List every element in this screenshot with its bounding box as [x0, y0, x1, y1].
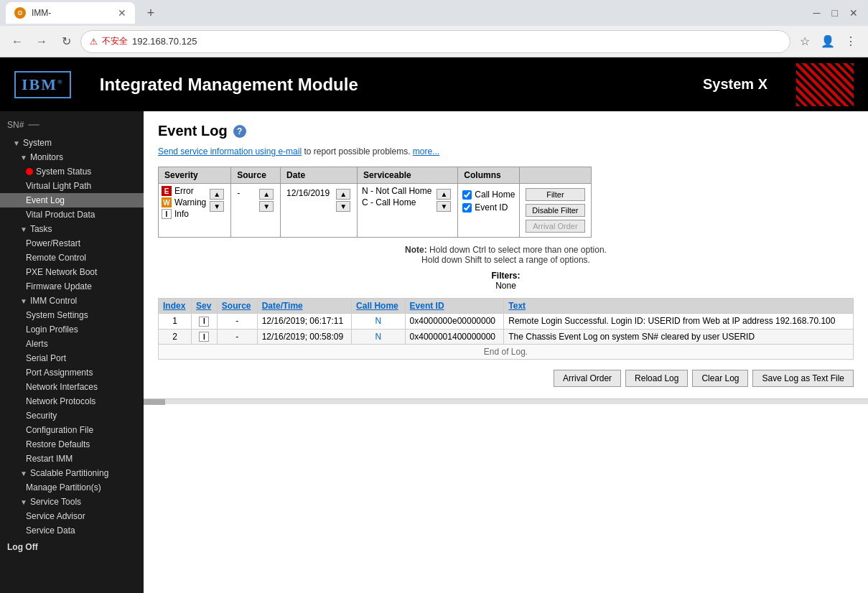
browser-tab[interactable]: ⊙ IMM- ✕	[6, 2, 135, 24]
sidebar-item-scalable-partitioning[interactable]: ▼ Scalable Partitioning	[0, 466, 144, 480]
filter-header-serviceable: Serviceable	[358, 167, 458, 184]
row1-eventid: 0x4000000e00000000	[405, 314, 504, 330]
back-button[interactable]: ←	[7, 32, 27, 52]
clear-log-button[interactable]: Clear Log	[692, 370, 748, 387]
sidebar-item-event-log[interactable]: Event Log	[0, 193, 144, 207]
sidebar-item-restore-defaults[interactable]: Restore Defaults	[0, 437, 144, 452]
date-scroll-up[interactable]: ▲	[336, 189, 350, 200]
row2-callhome: N	[352, 329, 406, 345]
severity-scroll-down[interactable]: ▼	[210, 201, 224, 212]
info-label: Info	[174, 209, 189, 219]
forward-button[interactable]: →	[32, 32, 52, 52]
serviceable-scroll-down[interactable]: ▼	[437, 201, 451, 212]
end-of-log-row: End of Log.	[159, 345, 854, 360]
arrival-order-filter-button[interactable]: Arrival Order	[526, 220, 584, 233]
sidebar-item-firmware-update[interactable]: Firmware Update	[0, 279, 144, 294]
maximize-button[interactable]: □	[828, 7, 842, 19]
sidebar-item-port-assignments[interactable]: Port Assignments	[0, 365, 144, 380]
sidebar-item-login-profiles[interactable]: Login Profiles	[0, 322, 144, 337]
scrollbar-thumb[interactable]	[144, 399, 165, 405]
sidebar-item-tasks[interactable]: ▼ Tasks	[0, 222, 144, 236]
logoff-button[interactable]: Log Off	[0, 538, 144, 556]
sidebar-item-remote-control[interactable]: Remote Control	[0, 251, 144, 265]
sidebar-item-service-advisor[interactable]: Service Advisor	[0, 509, 144, 523]
sidebar-label-imm-control: IMM Control	[30, 296, 77, 306]
row2-source: -	[217, 329, 257, 345]
filter-button[interactable]: Filter	[526, 188, 584, 201]
sidebar-item-alerts[interactable]: Alerts	[0, 337, 144, 351]
sidebar-item-network-interfaces[interactable]: Network Interfaces	[0, 380, 144, 394]
sidebar-item-serial-port[interactable]: Serial Port	[0, 351, 144, 365]
sidebar-item-vital-product-data[interactable]: Vital Product Data	[0, 207, 144, 222]
sidebar-item-restart-imm[interactable]: Restart IMM	[0, 452, 144, 466]
row1-sev: I	[192, 314, 218, 330]
header-pattern	[796, 63, 854, 106]
col-header-datetime[interactable]: Date/Time	[257, 299, 351, 314]
arrival-order-button[interactable]: Arrival Order	[554, 370, 621, 387]
bookmark-button[interactable]: ☆	[795, 32, 815, 52]
sidebar-item-network-protocols[interactable]: Network Protocols	[0, 394, 144, 408]
col-header-sev[interactable]: Sev	[192, 299, 218, 314]
reload-log-button[interactable]: Reload Log	[625, 370, 688, 387]
status-dot-icon	[26, 168, 33, 175]
sidebar-label-service-advisor: Service Advisor	[26, 511, 85, 521]
email-service-link[interactable]: Send service information using e-mail	[158, 146, 302, 157]
severity-item-warning[interactable]: W Warning	[162, 197, 206, 208]
severity-item-error[interactable]: E Error	[162, 185, 206, 197]
sn-value	[28, 124, 39, 126]
tab-title: IMM-	[32, 8, 112, 18]
col-header-callhome[interactable]: Call Home	[352, 299, 406, 314]
col-header-index[interactable]: Index	[159, 299, 192, 314]
disable-filter-button[interactable]: Disable Filter	[526, 204, 584, 217]
sidebar-item-imm-control[interactable]: ▼ IMM Control	[0, 294, 144, 308]
sidebar-item-manage-partitions[interactable]: Manage Partition(s)	[0, 480, 144, 495]
filter-header-columns: Columns	[458, 167, 520, 184]
call-home-label: Call Home	[475, 190, 515, 200]
severity-item-info[interactable]: I Info	[162, 208, 206, 220]
menu-button[interactable]: ⋮	[841, 32, 861, 52]
serviceable-list: N - Not Call Home C - Call Home	[360, 185, 433, 208]
expand-icon: ▼	[20, 498, 27, 506]
sidebar-item-security[interactable]: Security	[0, 408, 144, 423]
sidebar-item-power-restart[interactable]: Power/Restart	[0, 236, 144, 251]
serviceable-item-c[interactable]: C - Call Home	[360, 197, 433, 208]
tab-close-button[interactable]: ✕	[118, 7, 126, 19]
refresh-button[interactable]: ↻	[56, 32, 76, 52]
table-row: 2 I - 12/16/2019; 00:58:09 N 0x400000140…	[159, 329, 854, 345]
new-tab-button[interactable]: +	[141, 3, 161, 23]
sidebar-item-monitors[interactable]: ▼ Monitors	[0, 150, 144, 164]
col-header-text[interactable]: Text	[504, 299, 854, 314]
sidebar-item-system-settings[interactable]: System Settings	[0, 308, 144, 322]
help-icon[interactable]: ?	[233, 125, 246, 138]
call-home-checkbox[interactable]	[462, 190, 472, 200]
profile-button[interactable]: 👤	[818, 32, 838, 52]
more-link[interactable]: more...	[413, 146, 439, 157]
source-scroll-up[interactable]: ▲	[259, 189, 274, 200]
sidebar-item-virtual-light-path[interactable]: Virtual Light Path	[0, 179, 144, 193]
close-button[interactable]: ✕	[845, 7, 862, 19]
column-call-home[interactable]: Call Home	[462, 188, 515, 201]
horizontal-scrollbar[interactable]	[144, 398, 868, 404]
serviceable-scroll-up[interactable]: ▲	[437, 189, 451, 200]
sidebar-item-system[interactable]: ▼ System	[0, 136, 144, 150]
severity-scroll-up[interactable]: ▲	[210, 189, 224, 200]
sidebar-item-service-tools[interactable]: ▼ Service Tools	[0, 495, 144, 509]
minimize-button[interactable]: ─	[809, 7, 825, 19]
action-bar: Arrival Order Reload Log Clear Log Save …	[158, 370, 854, 387]
filter-header-buttons	[520, 167, 591, 184]
address-bar[interactable]: ⚠ 不安全 192.168.70.125	[80, 30, 790, 53]
sidebar-item-configuration-file[interactable]: Configuration File	[0, 423, 144, 437]
col-header-source[interactable]: Source	[217, 299, 257, 314]
save-log-button[interactable]: Save Log as Text File	[752, 370, 854, 387]
sidebar-item-service-data[interactable]: Service Data	[0, 523, 144, 538]
filter-buttons-cell: Filter Disable Filter Arrival Order	[520, 184, 591, 238]
column-event-id[interactable]: Event ID	[462, 201, 515, 214]
event-id-checkbox[interactable]	[462, 203, 472, 213]
sidebar-item-pxe-network-boot[interactable]: PXE Network Boot	[0, 265, 144, 279]
sidebar-item-system-status[interactable]: System Status	[0, 164, 144, 179]
serviceable-item-n[interactable]: N - Not Call Home	[360, 185, 433, 197]
source-value: -	[234, 185, 256, 201]
col-header-eventid[interactable]: Event ID	[405, 299, 504, 314]
source-scroll-down[interactable]: ▼	[259, 201, 274, 212]
date-scroll-down[interactable]: ▼	[336, 201, 350, 212]
